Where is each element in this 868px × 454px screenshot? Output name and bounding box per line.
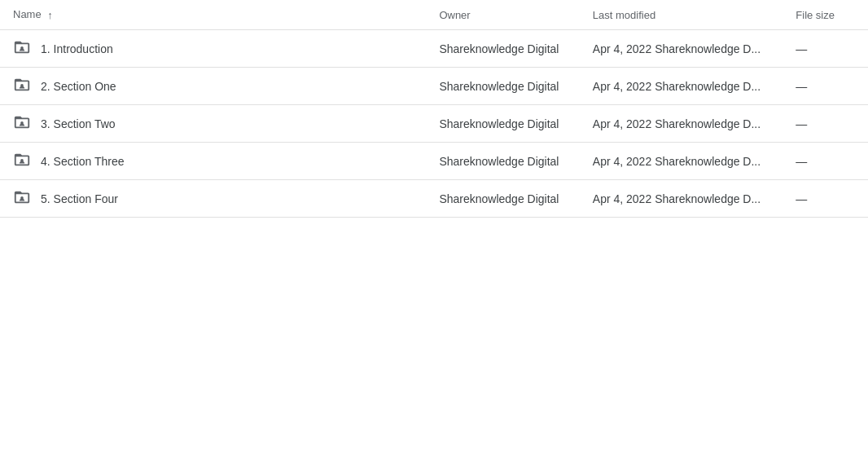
modified-by: Shareknowledge D... (655, 42, 761, 55)
modified-date: Apr 4, 2022 (593, 80, 651, 93)
modified-date: Apr 4, 2022 (593, 192, 651, 205)
modified-by: Shareknowledge D... (655, 192, 761, 205)
name-cell: 5. Section Four (0, 180, 426, 218)
modified-date: Apr 4, 2022 (593, 155, 651, 168)
file-size-cell: — (783, 30, 868, 68)
modified-by: Shareknowledge D... (655, 155, 761, 168)
file-size-cell: — (783, 143, 868, 180)
file-size-cell: — (783, 68, 868, 105)
table-row[interactable]: 1. IntroductionShareknowledge DigitalApr… (0, 30, 868, 68)
name-cell: 4. Section Three (0, 143, 426, 180)
sort-ascending-icon: ↑ (47, 9, 53, 21)
table-header-row: Name ↑ Owner Last modified File size (0, 0, 868, 30)
file-name: 4. Section Three (41, 155, 124, 168)
table-row[interactable]: 4. Section ThreeShareknowledge DigitalAp… (0, 143, 868, 180)
column-header-last-modified[interactable]: Last modified (580, 0, 783, 30)
folder-shared-icon (13, 38, 31, 59)
modified-date: Apr 4, 2022 (593, 117, 651, 130)
modified-cell: Apr 4, 2022Shareknowledge D... (580, 30, 783, 68)
column-header-file-size[interactable]: File size (783, 0, 868, 30)
folder-shared-icon (13, 151, 31, 171)
file-name: 3. Section Two (41, 117, 116, 130)
name-cell: 2. Section One (0, 68, 426, 105)
folder-shared-icon (13, 113, 31, 134)
file-name: 1. Introduction (41, 42, 113, 55)
modified-date: Apr 4, 2022 (593, 42, 651, 55)
name-cell: 1. Introduction (0, 30, 426, 68)
file-list-table: Name ↑ Owner Last modified File size 1. … (0, 0, 868, 218)
owner-cell: Shareknowledge Digital (426, 143, 579, 180)
table-row[interactable]: 5. Section FourShareknowledge DigitalApr… (0, 180, 868, 218)
column-header-owner[interactable]: Owner (426, 0, 579, 30)
file-name: 2. Section One (41, 80, 116, 93)
owner-cell: Shareknowledge Digital (426, 180, 579, 218)
table-row[interactable]: 3. Section TwoShareknowledge DigitalApr … (0, 105, 868, 143)
file-size-cell: — (783, 180, 868, 218)
modified-cell: Apr 4, 2022Shareknowledge D... (580, 143, 783, 180)
modified-cell: Apr 4, 2022Shareknowledge D... (580, 68, 783, 105)
owner-cell: Shareknowledge Digital (426, 105, 579, 143)
modified-by: Shareknowledge D... (655, 80, 761, 93)
column-header-name[interactable]: Name ↑ (0, 0, 426, 30)
modified-cell: Apr 4, 2022Shareknowledge D... (580, 180, 783, 218)
file-name: 5. Section Four (41, 192, 118, 205)
file-size-cell: — (783, 105, 868, 143)
owner-cell: Shareknowledge Digital (426, 68, 579, 105)
owner-cell: Shareknowledge Digital (426, 30, 579, 68)
folder-shared-icon (13, 76, 31, 96)
folder-shared-icon (13, 188, 31, 209)
table-row[interactable]: 2. Section OneShareknowledge DigitalApr … (0, 68, 868, 105)
modified-cell: Apr 4, 2022Shareknowledge D... (580, 105, 783, 143)
name-cell: 3. Section Two (0, 105, 426, 143)
modified-by: Shareknowledge D... (655, 117, 761, 130)
